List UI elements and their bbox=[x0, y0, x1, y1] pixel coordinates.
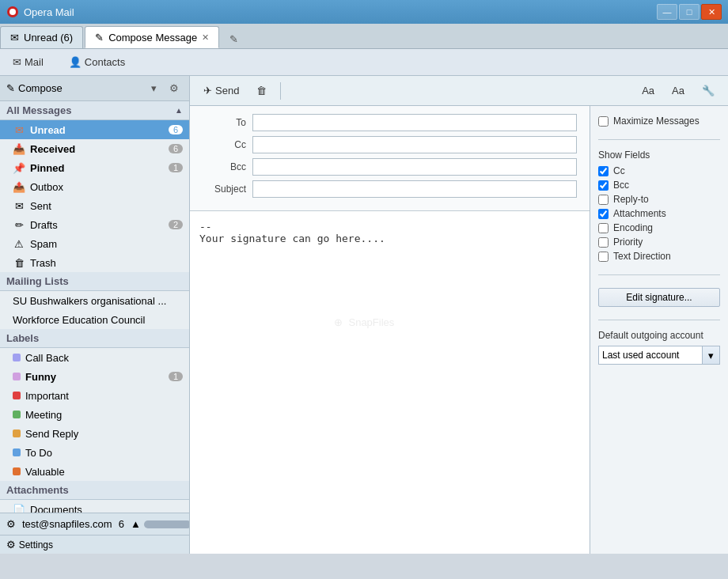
drafts-label: Drafts bbox=[30, 219, 58, 231]
sidebar-item-drafts[interactable]: ✏ Drafts 2 bbox=[0, 215, 189, 234]
font-aa-label: Aa bbox=[642, 85, 654, 96]
priority-field-checkbox[interactable] bbox=[598, 237, 609, 248]
subject-input[interactable] bbox=[252, 180, 577, 198]
status-right: ▲ ▼ bbox=[131, 518, 190, 530]
account-dropdown-arrow[interactable]: ▾ bbox=[703, 346, 720, 365]
tab-unread-icon: ✉ bbox=[10, 32, 19, 44]
sidebar-item-valuable[interactable]: Valuable bbox=[0, 462, 189, 481]
important-dot bbox=[13, 392, 21, 399]
sidebar-item-sendreply[interactable]: Send Reply bbox=[0, 424, 189, 443]
sidebar-scroll[interactable]: All Messages ▲ ✉ Unread 6 📥 Received 6 📌… bbox=[0, 101, 189, 513]
sidebar-item-meeting[interactable]: Meeting bbox=[0, 405, 189, 424]
sidebar-item-documents[interactable]: 📄 Documents bbox=[0, 500, 189, 513]
sidebar-item-unread[interactable]: ✉ Unread 6 bbox=[0, 120, 189, 139]
tools-icon: 🔧 bbox=[702, 85, 715, 96]
nav-mail[interactable]: ✉ Mail bbox=[6, 53, 50, 71]
app-title: Opera Mail bbox=[24, 6, 657, 18]
minimize-button[interactable]: — bbox=[657, 4, 677, 20]
status-account: test@snapfiles.com bbox=[22, 518, 112, 530]
settings-gear-icon: ⚙ bbox=[6, 539, 16, 551]
unread-icon: ✉ bbox=[13, 123, 25, 136]
compose-area: To Cc Bcc Subject bbox=[190, 106, 590, 554]
send-button[interactable]: ✈ Send bbox=[196, 81, 246, 100]
tab-edit-button[interactable]: ✎ bbox=[224, 29, 243, 48]
mailing-lists-header: Mailing Lists bbox=[0, 272, 189, 291]
spam-label: Spam bbox=[30, 238, 57, 250]
sidebar-item-todo[interactable]: To Do bbox=[0, 443, 189, 462]
sendreply-dot bbox=[13, 430, 21, 437]
attachments-field-checkbox[interactable] bbox=[598, 209, 609, 219]
documents-label: Documents bbox=[30, 504, 82, 513]
outbox-label: Outbox bbox=[30, 181, 63, 193]
unread-label: Unread bbox=[30, 124, 66, 136]
subject-label: Subject bbox=[203, 184, 246, 195]
meeting-dot bbox=[13, 411, 21, 418]
toolbar-right: Aa Aa 🔧 bbox=[635, 81, 722, 100]
edit-signature-button[interactable]: Edit signature... bbox=[598, 288, 720, 307]
font-aa-button[interactable]: Aa bbox=[635, 81, 662, 100]
tools-button[interactable]: 🔧 bbox=[695, 81, 722, 100]
sidebar-arrow-button[interactable]: ▾ bbox=[145, 80, 162, 97]
encoding-field-row: Encoding bbox=[598, 222, 720, 233]
sidebar-item-trash[interactable]: 🗑 Trash bbox=[0, 253, 189, 272]
all-messages-label: All Messages bbox=[6, 104, 71, 116]
encoding-field-checkbox[interactable] bbox=[598, 223, 609, 233]
tab-compose[interactable]: ✎ Compose Message ✕ bbox=[85, 26, 219, 48]
maximize-messages-checkbox[interactable] bbox=[598, 116, 609, 127]
status-count: 6 bbox=[119, 518, 124, 530]
sidebar-item-important[interactable]: Important bbox=[0, 386, 189, 405]
outbox-icon: 📤 bbox=[13, 180, 25, 193]
sidebar-item-spam[interactable]: ⚠ Spam bbox=[0, 234, 189, 253]
replyto-field-label: Reply-to bbox=[613, 194, 649, 205]
bcc-field-checkbox[interactable] bbox=[598, 180, 609, 191]
nav-bar: ✉ Mail 👤 Contacts bbox=[0, 49, 728, 76]
encoding-field-label: Encoding bbox=[613, 222, 653, 233]
compose-icon: ✎ bbox=[6, 82, 15, 94]
scroll-up-icon[interactable]: ▲ bbox=[131, 518, 141, 530]
to-input[interactable] bbox=[252, 114, 577, 131]
received-badge: 6 bbox=[169, 144, 183, 153]
spam-icon: ⚠ bbox=[13, 237, 25, 250]
sidebar-item-funny[interactable]: Funny 1 bbox=[0, 367, 189, 386]
sidebar-item-pinned[interactable]: 📌 Pinned 1 bbox=[0, 158, 189, 177]
scrollbar-thumb[interactable] bbox=[144, 520, 190, 528]
font-aa-alt-button[interactable]: Aa bbox=[665, 81, 692, 100]
delete-button[interactable]: 🗑 bbox=[249, 81, 274, 100]
sent-label: Sent bbox=[30, 200, 51, 212]
callback-label: Call Back bbox=[25, 352, 69, 364]
textdir-field-checkbox[interactable] bbox=[598, 252, 609, 262]
maximize-messages-row: Maximize Messages bbox=[598, 115, 720, 127]
maximize-button[interactable]: □ bbox=[679, 4, 700, 20]
tab-unread[interactable]: ✉ Unread (6) bbox=[0, 26, 83, 48]
pinned-badge: 1 bbox=[169, 163, 183, 172]
sidebar-gear-button[interactable]: ⚙ bbox=[165, 80, 183, 97]
collapse-all-messages[interactable]: ▲ bbox=[175, 106, 183, 115]
sidebar-item-outbox[interactable]: 📤 Outbox bbox=[0, 177, 189, 196]
cc-input[interactable] bbox=[252, 136, 577, 153]
content-wrapper: ✈ Send 🗑 Aa Aa 🔧 bbox=[190, 76, 728, 554]
default-account-section: Default outgoing account Last used accou… bbox=[598, 330, 720, 365]
nav-contacts[interactable]: 👤 Contacts bbox=[63, 53, 131, 71]
bcc-field-row: Bcc bbox=[598, 180, 720, 191]
send-label: Send bbox=[215, 85, 239, 96]
important-label: Important bbox=[25, 390, 69, 402]
contacts-icon: 👤 bbox=[69, 56, 82, 68]
bcc-input[interactable] bbox=[252, 158, 577, 176]
compose-toolbar: ✈ Send 🗑 Aa Aa 🔧 bbox=[190, 76, 728, 106]
sidebar-item-sent[interactable]: ✉ Sent bbox=[0, 196, 189, 215]
cc-field-checkbox[interactable] bbox=[598, 166, 609, 176]
close-button[interactable]: ✕ bbox=[701, 4, 722, 20]
replyto-field-checkbox[interactable] bbox=[598, 195, 609, 205]
to-row: To bbox=[203, 114, 577, 131]
sidebar-item-callback[interactable]: Call Back bbox=[0, 348, 189, 367]
tab-compose-close[interactable]: ✕ bbox=[202, 32, 209, 43]
received-label: Received bbox=[30, 143, 75, 155]
toolbar-separator bbox=[280, 82, 281, 100]
email-body[interactable]: -- Your signature can go here.... bbox=[190, 211, 590, 554]
bcc-field-label: Bcc bbox=[613, 180, 629, 191]
sidebar-item-workforce[interactable]: Workforce Education Council bbox=[0, 310, 189, 329]
funny-dot bbox=[13, 373, 21, 380]
account-select[interactable]: Last used account bbox=[598, 346, 703, 365]
sidebar-item-received[interactable]: 📥 Received 6 bbox=[0, 139, 189, 158]
sidebar-item-bushwalkers[interactable]: SU Bushwalkers organisational ... bbox=[0, 291, 189, 310]
